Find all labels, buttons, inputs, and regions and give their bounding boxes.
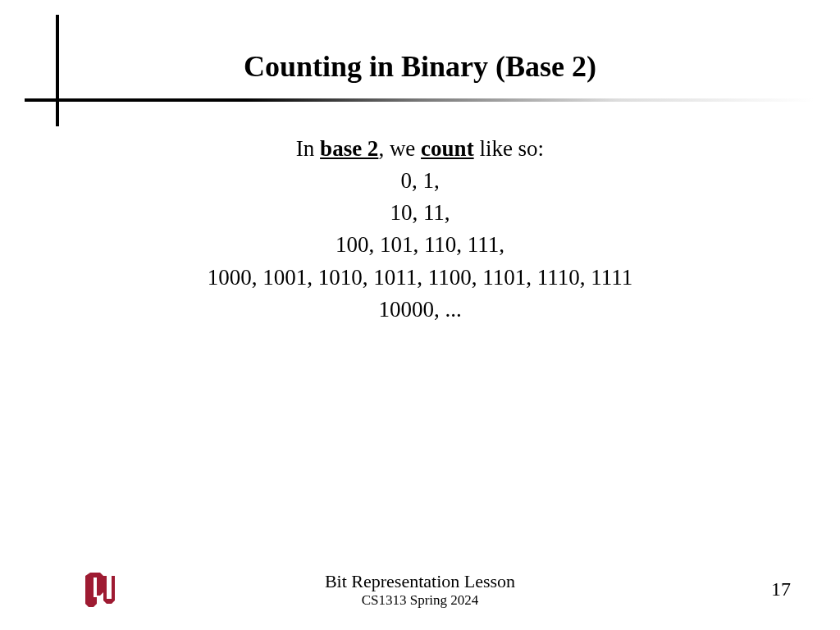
intro-pre: In bbox=[296, 136, 320, 161]
intro-base2: base 2 bbox=[320, 136, 378, 161]
slide-title: Counting in Binary (Base 2) bbox=[0, 49, 840, 84]
intro-count: count bbox=[421, 136, 474, 161]
intro-mid: , we bbox=[378, 136, 421, 161]
binary-line-1: 0, 1, bbox=[0, 165, 840, 197]
binary-line-5: 10000, ... bbox=[0, 294, 840, 326]
title-horizontal-rule bbox=[25, 98, 814, 102]
binary-line-3: 100, 101, 110, 111, bbox=[0, 229, 840, 261]
page-number: 17 bbox=[771, 578, 791, 600]
binary-line-4: 1000, 1001, 1010, 1011, 1100, 1101, 1110… bbox=[0, 262, 840, 294]
footer-lesson-title: Bit Representation Lesson bbox=[0, 571, 840, 592]
intro-line: In base 2, we count like so: bbox=[0, 133, 840, 165]
intro-post: like so: bbox=[474, 136, 545, 161]
footer-course: CS1313 Spring 2024 bbox=[0, 592, 840, 609]
binary-line-2: 10, 11, bbox=[0, 197, 840, 229]
slide-footer: Bit Representation Lesson CS1313 Spring … bbox=[0, 561, 840, 610]
slide-body: In base 2, we count like so: 0, 1, 10, 1… bbox=[0, 133, 840, 326]
title-vertical-rule bbox=[56, 15, 59, 126]
